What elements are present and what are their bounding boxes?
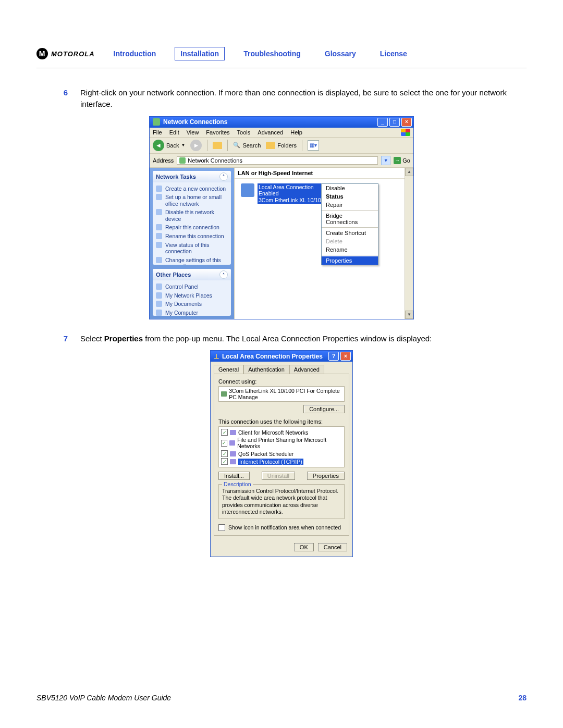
task-icon <box>156 194 162 200</box>
help-button[interactable]: ? <box>328 352 339 361</box>
sidebar-item[interactable]: Set up a home or small office network <box>156 193 228 208</box>
sidebar-item[interactable]: View status of this connection <box>156 241 228 256</box>
dialog-titlebar[interactable]: ⊥ Local Area Connection Properties ? × <box>211 351 352 362</box>
close-button[interactable]: × <box>340 352 351 361</box>
step-7: 7 Select Properties from the pop-up menu… <box>60 333 527 344</box>
minimize-button[interactable]: _ <box>377 118 388 127</box>
toolbar-separator <box>302 140 302 151</box>
uninstall-button: Uninstall <box>262 472 295 480</box>
dialog-title: Local Area Connection Properties <box>222 353 323 360</box>
checkbox-icon[interactable]: ✓ <box>221 450 228 457</box>
nav-glossary[interactable]: Glossary <box>320 47 361 60</box>
nic-icon <box>221 391 227 397</box>
properties-button[interactable]: Properties <box>307 472 345 480</box>
scroll-up-icon[interactable]: ▲ <box>405 168 413 176</box>
menu-tools[interactable]: Tools <box>237 129 251 135</box>
list-item[interactable]: ✓Internet Protocol (TCP/IP) <box>221 458 342 465</box>
up-folder-icon[interactable] <box>213 142 222 149</box>
component-icon <box>230 459 236 464</box>
go-arrow-icon: → <box>394 157 401 164</box>
checkbox-icon[interactable] <box>218 524 225 531</box>
back-arrow-icon: ◄ <box>153 140 164 151</box>
menu-file[interactable]: File <box>153 129 162 135</box>
close-button[interactable]: × <box>401 118 412 127</box>
checkbox-icon[interactable]: ✓ <box>221 458 228 465</box>
menu-help[interactable]: Help <box>290 129 302 135</box>
menu-favorites[interactable]: Favorites <box>206 129 229 135</box>
address-field[interactable]: Network Connections <box>177 156 378 165</box>
cancel-button[interactable]: Cancel <box>318 543 347 551</box>
place-icon <box>156 292 162 299</box>
nav-installation[interactable]: Installation <box>175 47 225 60</box>
show-icon-label: Show icon in notification area when conn… <box>228 524 341 530</box>
sidebar-item[interactable]: Create a new connection <box>156 184 228 193</box>
address-value: Network Connections <box>188 157 242 164</box>
items-listbox[interactable]: ✓Client for Microsoft Networks ✓File and… <box>218 426 345 467</box>
folders-icon <box>266 142 275 149</box>
menu-view[interactable]: View <box>187 129 199 135</box>
ctx-repair[interactable]: Repair <box>322 201 378 209</box>
menu-advanced[interactable]: Advanced <box>258 129 283 135</box>
chevron-up-icon[interactable]: ˄ <box>219 172 228 181</box>
search-icon: 🔍 <box>233 142 240 149</box>
sidebar-item[interactable]: My Documents <box>156 300 228 309</box>
dialog-icon: ⊥ <box>214 353 219 360</box>
forward-button[interactable]: ► <box>190 140 202 151</box>
sidebar-item[interactable]: Disable this network device <box>156 208 228 223</box>
motorola-logo: M MOTOROLA <box>36 48 95 59</box>
network-tasks-panel: Network Tasks ˄ Create a new connection … <box>153 171 231 265</box>
sidebar-item-label: Change settings of this connection <box>165 257 228 265</box>
nav-license[interactable]: License <box>375 47 412 60</box>
list-item-label: Client for Microsoft Networks <box>238 429 308 436</box>
task-icon <box>156 224 162 230</box>
sidebar-item[interactable]: Repair this connection <box>156 223 228 232</box>
explorer-main-pane[interactable]: LAN or High-Speed Internet Local Area Co… <box>234 168 405 319</box>
ok-button[interactable]: OK <box>294 543 314 551</box>
ctx-create-shortcut[interactable]: Create Shortcut <box>322 229 378 237</box>
tab-general[interactable]: General <box>214 365 243 374</box>
sidebar-item[interactable]: Rename this connection <box>156 232 228 241</box>
sidebar-item[interactable]: My Computer <box>156 309 228 316</box>
list-item[interactable]: ✓Client for Microsoft Networks <box>221 428 342 436</box>
nav-troubleshooting[interactable]: Troubleshooting <box>238 47 306 60</box>
show-icon-checkbox-row[interactable]: Show icon in notification area when conn… <box>218 524 345 531</box>
folders-button[interactable]: Folders <box>266 142 297 149</box>
tab-advanced[interactable]: Advanced <box>289 365 324 374</box>
install-button[interactable]: Install... <box>218 472 250 480</box>
tab-authentication[interactable]: Authentication <box>243 365 289 374</box>
checkbox-icon[interactable]: ✓ <box>221 440 227 447</box>
back-button[interactable]: ◄ Back ▼ <box>153 140 185 151</box>
ctx-status[interactable]: Status <box>322 192 378 201</box>
address-dropdown-icon[interactable]: ▼ <box>381 156 390 165</box>
search-button[interactable]: 🔍 Search <box>233 142 261 149</box>
scroll-down-icon[interactable]: ▼ <box>405 311 413 319</box>
maximize-button[interactable]: □ <box>389 118 400 127</box>
ctx-bridge[interactable]: Bridge Connections <box>322 212 378 226</box>
ctx-properties[interactable]: Properties <box>322 256 378 265</box>
menu-edit[interactable]: Edit <box>169 129 179 135</box>
nav-introduction[interactable]: Introduction <box>108 47 162 60</box>
go-button[interactable]: → Go <box>394 157 410 164</box>
configure-button[interactable]: Configure... <box>303 405 345 413</box>
step-6-number: 6 <box>60 87 68 110</box>
vertical-scrollbar[interactable]: ▲ ▼ <box>405 168 413 319</box>
list-item[interactable]: ✓QoS Packet Scheduler <box>221 450 342 458</box>
menubar: File Edit View Favorites Tools Advanced … <box>150 128 413 138</box>
list-item[interactable]: ✓File and Printer Sharing for Microsoft … <box>221 436 342 450</box>
ctx-delete: Delete <box>322 237 378 245</box>
sidebar-item[interactable]: Control Panel <box>156 282 228 291</box>
ctx-disable[interactable]: Disable <box>322 184 378 192</box>
component-icon <box>229 440 235 446</box>
search-label: Search <box>242 142 261 149</box>
ctx-rename[interactable]: Rename <box>322 245 378 254</box>
views-button[interactable]: ▦▾ <box>308 140 319 151</box>
checkbox-icon[interactable]: ✓ <box>221 429 228 436</box>
sidebar-item[interactable]: My Network Places <box>156 291 228 300</box>
task-icon <box>156 186 162 192</box>
list-item-label: QoS Packet Scheduler <box>238 451 293 457</box>
back-dropdown-icon[interactable]: ▼ <box>181 143 185 147</box>
ctx-separator <box>322 255 378 255</box>
chevron-up-icon[interactable]: ˄ <box>219 270 228 279</box>
window-titlebar[interactable]: Network Connections _ □ × <box>150 117 413 128</box>
sidebar-item[interactable]: Change settings of this connection <box>156 256 228 265</box>
